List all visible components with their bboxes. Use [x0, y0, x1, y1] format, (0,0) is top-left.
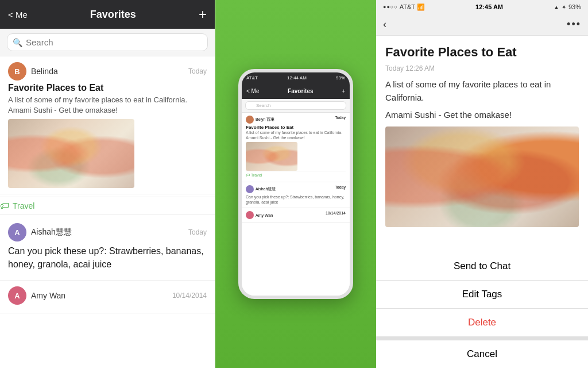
left-nav-title: Favorites [90, 9, 136, 21]
cancel-button[interactable]: Cancel [376, 340, 588, 368]
phone-mockup: AT&T 12:44 AM 93% < Me Favorites + Searc… [238, 69, 353, 299]
tag-row[interactable]: 🏷 Travel [0, 197, 215, 215]
item-text: A list of some of my favorite places to … [8, 95, 207, 116]
tag-icon: 🏷 [0, 201, 9, 211]
phone-list-item: Amy Wan 10/14/2014 [242, 208, 350, 223]
phone-status-bar: AT&T 12:44 AM 93% [242, 72, 350, 83]
right-more-button[interactable]: ••• [567, 18, 581, 30]
left-panel: < Me Favorites + 🔍 B Belinda Today Favor… [0, 0, 215, 368]
phone-item2-text: Can you pick these up?: Strawberries, ba… [246, 194, 346, 205]
left-back-button[interactable]: < Me [8, 10, 28, 20]
avatar: B [8, 62, 26, 80]
list-item[interactable]: A Amy Wan 10/14/2014 [0, 281, 215, 313]
middle-panel: AT&T 12:44 AM 93% < Me Favorites + Searc… [215, 0, 376, 368]
phone-battery: 93% [336, 75, 345, 80]
sushi-image [8, 119, 134, 188]
item-date: 10/14/2014 [172, 292, 207, 300]
phone-search-input: Search [245, 101, 346, 110]
search-input[interactable] [7, 33, 208, 51]
phone-nav-title: Favorites [288, 88, 313, 94]
phone-sushi-image [246, 142, 297, 171]
user-name: Amy Wan [31, 291, 65, 300]
phone-item2-date: Today [335, 185, 346, 193]
left-list: B Belinda Today Favorite Places to Eat A… [0, 56, 215, 368]
search-icon: 🔍 [13, 38, 22, 47]
item-title: Favorite Places to Eat [8, 83, 207, 93]
right-note-date: Today 12:26 AM [385, 64, 579, 72]
bluetooth-icon: ✦ [562, 4, 566, 10]
phone-nav-bar: < Me Favorites + [242, 83, 350, 99]
list-item[interactable]: A Aishah慧慧 Today Can you pick these up?:… [0, 217, 215, 281]
phone-avatar3 [246, 211, 254, 219]
phone-user2-name: Aishah慧慧 [256, 186, 276, 192]
right-note-desc2: Amami Sushi - Get the omakase! [385, 109, 579, 122]
location-icon: ▲ [554, 4, 559, 10]
phone-avatar [246, 116, 254, 124]
left-add-button[interactable]: + [199, 6, 207, 22]
right-back-button[interactable]: ‹ [383, 18, 386, 30]
phone-search-bar: Search [242, 99, 350, 113]
phone-item3-date: 10/14/2014 [326, 211, 346, 219]
phone-add-button: + [342, 88, 345, 94]
phone-list-item: Belyn 百琳 Today Favorite Places to Eat A … [242, 113, 350, 182]
user-name: Belinda [31, 67, 58, 76]
phone-tag-row: 🏷 Travel [246, 171, 346, 179]
item-text: Can you pick these up?: Strawberries, ba… [8, 245, 207, 271]
send-to-chat-button[interactable]: Send to Chat [376, 252, 588, 281]
signal-dots: ●●○○ [383, 4, 398, 10]
phone-avatar2 [246, 185, 254, 193]
action-sheet: Send to Chat Edit Tags Delete Cancel [376, 252, 588, 368]
phone-item-title: Favorite Places to Eat [246, 125, 346, 130]
edit-tags-button[interactable]: Edit Tags [376, 281, 588, 309]
left-search-bar: 🔍 [0, 29, 215, 56]
right-status-bar: ●●○○ AT&T 📶 12:45 AM ▲ ✦ 93% [376, 0, 588, 14]
left-nav-bar: < Me Favorites + [0, 0, 215, 29]
status-time: 12:45 AM [475, 3, 503, 10]
status-right: ▲ ✦ 93% [554, 3, 581, 10]
phone-user3-name: Amy Wan [256, 213, 273, 217]
phone-list-item: Aishah慧慧 Today Can you pick these up?: S… [242, 182, 350, 208]
phone-user-name: Belyn 百琳 [256, 117, 274, 122]
phone-tag-icon: 🏷 [246, 173, 250, 177]
tag-label: Travel [13, 201, 34, 210]
phone-item-text: A list of some of my favorite places to … [246, 130, 346, 140]
phone-list: Belyn 百琳 Today Favorite Places to Eat A … [242, 113, 350, 296]
right-content: Favorite Places to Eat Today 12:26 AM A … [376, 36, 588, 252]
right-sushi-image [385, 126, 579, 227]
phone-tag-label: Travel [251, 173, 262, 177]
right-note-desc1: A list of some of my favorite places to … [385, 78, 579, 104]
phone-back-button: < Me [246, 88, 260, 94]
carrier-label: AT&T [400, 3, 415, 10]
avatar: A [8, 286, 26, 305]
phone-carrier: AT&T [246, 75, 258, 80]
phone-time: 12:44 AM [287, 75, 307, 80]
right-panel: ●●○○ AT&T 📶 12:45 AM ▲ ✦ 93% ‹ ••• Favor… [376, 0, 588, 368]
status-left: ●●○○ AT&T 📶 [383, 3, 425, 11]
delete-button[interactable]: Delete [376, 309, 588, 337]
item-date: Today [188, 67, 207, 75]
battery-label: 93% [568, 3, 581, 10]
avatar: A [8, 223, 26, 241]
wifi-icon: 📶 [417, 3, 425, 11]
list-item[interactable]: B Belinda Today Favorite Places to Eat A… [0, 56, 215, 194]
user-name: Aishah慧慧 [31, 227, 72, 237]
phone-item-date: Today [335, 116, 346, 124]
right-nav-bar: ‹ ••• [376, 14, 588, 36]
item-date: Today [188, 228, 207, 236]
right-note-title: Favorite Places to Eat [385, 45, 579, 60]
